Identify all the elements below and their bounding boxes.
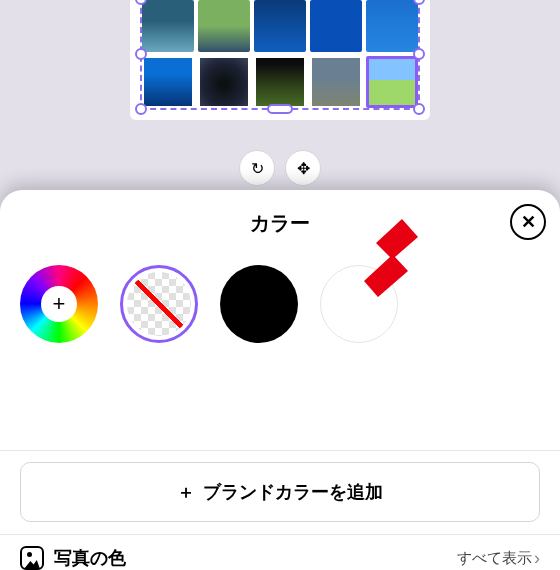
rotate-button[interactable]: ↻	[239, 150, 275, 186]
grid-thumb[interactable]	[142, 56, 194, 108]
move-button[interactable]: ✥	[285, 150, 321, 186]
floating-toolbar: ↻ ✥	[239, 150, 321, 186]
grid-thumb-selected[interactable]	[366, 56, 418, 108]
see-all-label: すべて表示	[457, 549, 532, 568]
move-icon: ✥	[297, 159, 310, 178]
color-sheet: カラー ✕ + ＋ ブランドカラーを追加 写真の色 すべて表示 ›	[0, 190, 560, 570]
no-color-swatch[interactable]	[120, 265, 198, 343]
svg-marker-0	[364, 219, 418, 297]
swatch-row: +	[20, 265, 540, 343]
close-button[interactable]: ✕	[510, 204, 546, 240]
chevron-right-icon: ›	[534, 548, 540, 569]
plus-icon: ＋	[177, 480, 195, 504]
document[interactable]	[130, 0, 430, 120]
grid-thumb[interactable]	[198, 56, 250, 108]
photo-icon	[20, 546, 44, 570]
grid-thumb[interactable]	[254, 0, 306, 52]
canvas-area: ↻ ✥	[0, 0, 560, 190]
sheet-title: カラー	[20, 210, 540, 237]
photo-grid[interactable]	[142, 0, 418, 108]
grid-thumb[interactable]	[366, 0, 418, 52]
add-brand-color-button[interactable]: ＋ ブランドカラーを追加	[20, 462, 540, 522]
photo-colors-label: 写真の色	[54, 546, 457, 570]
color-swatch-black[interactable]	[220, 265, 298, 343]
no-color-icon	[127, 272, 191, 336]
divider	[0, 450, 560, 451]
rotate-icon: ↻	[251, 159, 264, 178]
grid-thumb[interactable]	[142, 0, 194, 52]
brand-button-label: ブランドカラーを追加	[203, 480, 383, 504]
grid-thumb[interactable]	[310, 0, 362, 52]
photo-colors-row[interactable]: 写真の色 すべて表示 ›	[20, 546, 540, 570]
annotation-arrow	[350, 217, 420, 297]
divider	[0, 534, 560, 535]
plus-icon: +	[41, 286, 77, 322]
grid-thumb[interactable]	[198, 0, 250, 52]
close-icon: ✕	[521, 211, 536, 233]
grid-thumb[interactable]	[254, 56, 306, 108]
see-all-link[interactable]: すべて表示 ›	[457, 548, 540, 569]
grid-thumb[interactable]	[310, 56, 362, 108]
color-picker-swatch[interactable]: +	[20, 265, 98, 343]
